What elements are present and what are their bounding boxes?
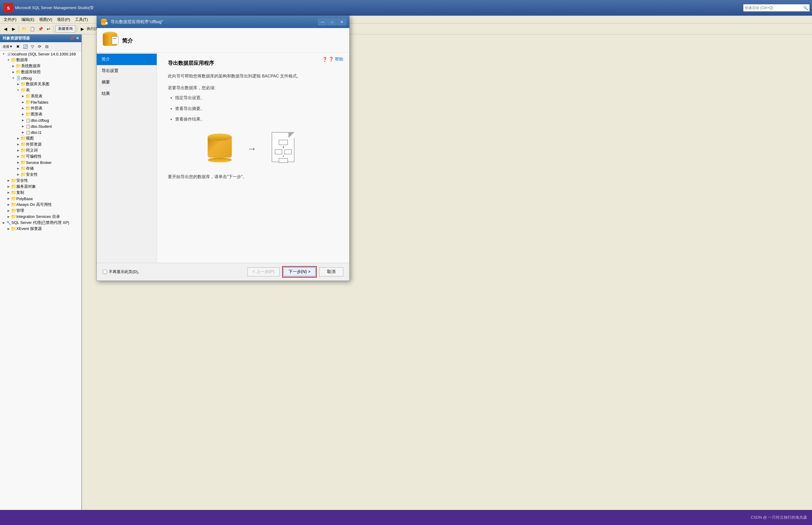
menu-project[interactable]: 项目(P) xyxy=(55,16,72,23)
dialog-title-text: 导出数据层应用程序"ctfbug" xyxy=(110,19,163,25)
oe-connect-button[interactable]: 连接▼ xyxy=(1,43,14,50)
quick-launch-input[interactable] xyxy=(743,6,802,10)
expand-icon: ▼ xyxy=(1,51,6,56)
expand-icon: ▶ xyxy=(6,202,11,207)
expand-icon: ▶ xyxy=(16,172,20,177)
folder-icon: 📁 xyxy=(25,93,31,99)
tree-item-sql-agent[interactable]: ▶ 🔧 SQL Server 代理(已禁用代理 XP) xyxy=(0,220,81,226)
tree-item-external-tables[interactable]: ▶ 📁 外部表 xyxy=(0,105,81,111)
forward-button[interactable]: ▶ xyxy=(10,25,17,32)
expand-icon: ▶ xyxy=(20,124,25,129)
oe-close-icon[interactable]: ✕ xyxy=(76,36,79,40)
menu-file[interactable]: 文件(F) xyxy=(1,16,19,23)
back-button[interactable]: ◀ xyxy=(2,25,9,32)
prev-button[interactable]: < 上一步(P) xyxy=(247,267,280,276)
tree-item-server[interactable]: ▼ 🖥 localhost (SQL Server 14.0.1000.169 xyxy=(0,51,81,57)
tree-item-polybase[interactable]: ▶ 📁 PolyBase xyxy=(0,196,81,201)
tree-item-dbo-t1[interactable]: ▶ 📋 dbo.t1 xyxy=(0,129,81,135)
tree-item-databases[interactable]: ▼ 📁 数据库 xyxy=(0,57,81,63)
dialog-titlebar: 导出数据层应用程序"ctfbug" — □ ✕ xyxy=(97,16,349,28)
help-button[interactable]: ❓ ❓ 帮助 xyxy=(322,57,343,62)
menu-edit[interactable]: 编辑(E) xyxy=(19,16,37,23)
tree-item-service-broker[interactable]: ▶ 📁 Service Broker xyxy=(0,160,81,165)
help-icon: ❓ xyxy=(322,57,327,62)
play-button[interactable]: ▶ xyxy=(79,25,86,32)
tree-item-security-sub[interactable]: ▶ 📁 安全性 xyxy=(0,171,81,178)
tree-label-sys-tables: 系统表 xyxy=(31,93,43,99)
tree-item-views[interactable]: ▶ 📁 视图 xyxy=(0,135,81,141)
step-1: 指定导出设置。 xyxy=(175,94,339,102)
tree-item-dbo-student[interactable]: ▶ 📋 dbo.Student xyxy=(0,123,81,129)
tree-item-dbo-ctfbug[interactable]: ▶ 📋 dbo.ctfbug xyxy=(0,117,81,123)
schema-connector-v1 xyxy=(283,146,284,148)
tree-label-xevent: XEvent 探查器 xyxy=(16,226,42,231)
nav-item-summary[interactable]: 摘要 xyxy=(97,77,157,88)
oe-disconnect-button[interactable]: ✖ xyxy=(15,43,21,50)
app-logo-area: S Microsoft SQL Server Management Studio… xyxy=(0,3,97,13)
oe-refresh-button[interactable]: 🔄 xyxy=(22,43,29,50)
oe-pin-icon[interactable]: 📌 xyxy=(70,36,75,40)
tree-item-ctfbug[interactable]: ▼ 🗄 ctfbug xyxy=(0,75,81,81)
expand-icon: ▶ xyxy=(11,64,16,69)
new-folder-button[interactable]: 📁 xyxy=(20,25,28,32)
dialog-content-area: ❓ ❓ 帮助 导出数据层应用程序 此向导可帮助您将数据库的架构和数据导出到逻辑 … xyxy=(157,52,349,263)
database-icon: 🗄 xyxy=(16,75,21,81)
tree-item-db-snapshot[interactable]: ▶ 📁 数据库快照 xyxy=(0,69,81,75)
toolbar-separator-3 xyxy=(77,26,77,32)
new-query-button[interactable]: 新建查询 xyxy=(56,25,75,32)
undo-button[interactable]: ↩ xyxy=(45,25,52,32)
server-icon: 🖥 xyxy=(6,51,12,57)
expand-icon: ▶ xyxy=(20,106,25,110)
tree-label-dbo-ctfbug: dbo.ctfbug xyxy=(31,118,49,123)
dialog-maximize-button[interactable]: □ xyxy=(328,19,337,25)
folder-icon: 📁 xyxy=(25,111,31,117)
tree-item-management[interactable]: ▶ 📁 管理 xyxy=(0,208,81,214)
tree-item-graph-tables[interactable]: ▶ 📁 图形表 xyxy=(0,111,81,117)
oe-collapse-button[interactable]: ⊟ xyxy=(44,43,50,50)
help-label: ❓ 帮助 xyxy=(329,57,343,62)
folder-icon: 📁 xyxy=(11,226,16,231)
folder-icon: 📁 xyxy=(20,81,26,87)
oe-filter-button[interactable]: ▽ xyxy=(29,43,36,50)
tree-item-tables[interactable]: ▼ 📁 表 xyxy=(0,87,81,93)
oe-sync-button[interactable]: ⟳ xyxy=(36,43,43,50)
tree-item-programmability[interactable]: ▶ 📁 可编程性 xyxy=(0,153,81,160)
expand-icon: ▶ xyxy=(16,160,20,165)
dialog-minimize-button[interactable]: — xyxy=(318,19,327,25)
expand-icon: ▶ xyxy=(16,154,20,159)
folder-icon: 📁 xyxy=(11,202,16,207)
tree-item-integration-services[interactable]: ▶ 📁 Integration Services 目录 xyxy=(0,214,81,220)
tree-item-security-top[interactable]: ▶ 📁 安全性 xyxy=(0,178,81,183)
expand-icon: ▼ xyxy=(11,76,16,80)
doc-fold-border xyxy=(288,132,295,138)
tree-item-alwayson[interactable]: ▶ 📁 Always On 高可用性 xyxy=(0,201,81,208)
expand-icon: ▼ xyxy=(6,58,11,62)
paste-button[interactable]: 📌 xyxy=(37,25,44,32)
tree-item-diagrams[interactable]: ▶ 📁 数据库关系图 xyxy=(0,81,81,87)
tree-item-storage[interactable]: ▶ 📁 存储 xyxy=(0,165,81,171)
tree-item-server-objects[interactable]: ▶ 📁 服务器对象 xyxy=(0,183,81,190)
tree-label-tables: 表 xyxy=(26,87,30,93)
tree-item-replication[interactable]: ▶ 📁 复制 xyxy=(0,190,81,196)
menu-tools[interactable]: 工具(T) xyxy=(73,16,90,23)
tree-item-filetables[interactable]: ▶ 📁 FileTables xyxy=(0,99,81,105)
dialog-close-button[interactable]: ✕ xyxy=(337,19,346,25)
quick-launch-bar[interactable]: 🔍 xyxy=(743,4,810,12)
tree-item-synonyms[interactable]: ▶ 📁 同义词 xyxy=(0,147,81,153)
dialog-footer: 不再显示此页(D)。 < 上一步(P) 下一步(N) > 取消 xyxy=(97,263,349,281)
tree-item-xevent[interactable]: ▶ 📁 XEvent 探查器 xyxy=(0,226,81,232)
expand-icon: ▶ xyxy=(20,130,25,135)
tree-item-external-resources[interactable]: ▶ 📁 外部资源 xyxy=(0,141,81,147)
cancel-button[interactable]: 取消 xyxy=(319,267,343,276)
tree-item-sys-tables[interactable]: ▶ 📁 系统表 xyxy=(0,93,81,99)
cyl-bottom-rim xyxy=(208,158,232,162)
folder-icon: 📁 xyxy=(11,178,16,183)
nav-item-export-settings[interactable]: 导出设置 xyxy=(97,65,157,77)
copy-button[interactable]: 📋 xyxy=(29,25,36,32)
dont-show-checkbox[interactable] xyxy=(103,270,107,274)
nav-item-intro[interactable]: 简介 xyxy=(97,54,157,65)
next-button[interactable]: 下一步(N) > xyxy=(283,267,316,276)
nav-item-results[interactable]: 结果 xyxy=(97,88,157,100)
menu-view[interactable]: 视图(V) xyxy=(37,16,55,23)
tree-item-system-db[interactable]: ▶ 📁 系统数据库 xyxy=(0,63,81,69)
